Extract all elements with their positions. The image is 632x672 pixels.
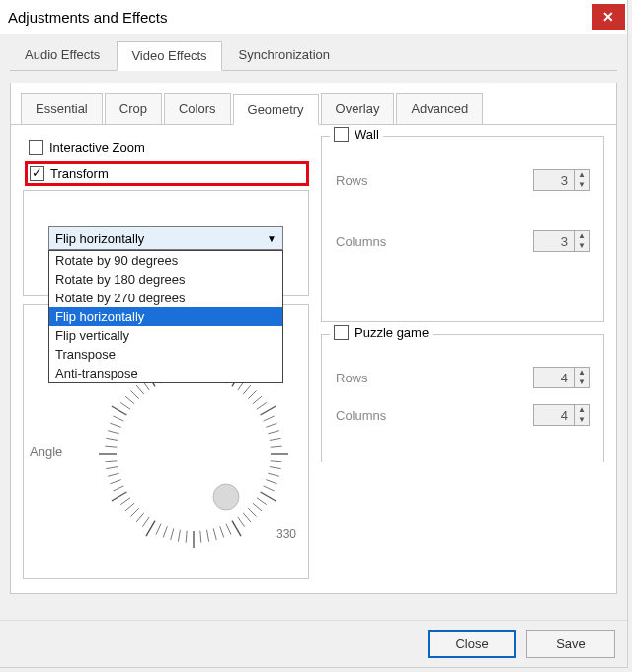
transform-combo[interactable]: Flip horizontally ▼ Rotate by 90 degrees…	[48, 226, 283, 250]
svg-line-9	[248, 390, 256, 398]
svg-line-35	[200, 531, 201, 543]
close-icon[interactable]: ✕	[592, 4, 625, 30]
spinner-down-icon[interactable]: ▼	[575, 415, 589, 425]
svg-line-44	[136, 513, 144, 522]
spinner-down-icon[interactable]: ▼	[575, 378, 589, 387]
combo-option[interactable]: Anti-transpose	[49, 364, 282, 382]
titlebar: Adjustments and Effects ✕	[0, 0, 627, 34]
combo-option[interactable]: Flip vertically	[49, 326, 282, 345]
transform-group: Flip horizontally ▼ Rotate by 90 degrees…	[23, 190, 309, 296]
dialog-body: Audio Effects Video Effects Synchronizat…	[0, 34, 627, 620]
combo-option[interactable]: Rotate by 270 degrees	[49, 289, 282, 307]
puzzle-group: Puzzle game Rows 4 ▲ ▼	[321, 334, 604, 462]
svg-line-24	[261, 492, 276, 501]
combo-option[interactable]: Transpose	[49, 345, 282, 364]
svg-line-20	[270, 467, 281, 469]
combo-display[interactable]: Flip horizontally ▼	[48, 226, 283, 250]
svg-line-64	[136, 385, 144, 394]
spinner-up-icon[interactable]: ▲	[575, 368, 589, 378]
svg-line-30	[232, 521, 241, 537]
subtab-overlay[interactable]: Overlay	[321, 93, 395, 124]
svg-line-39	[171, 528, 174, 540]
transform-checkbox[interactable]	[30, 166, 44, 181]
wall-cols-spinner[interactable]: 3 ▲ ▼	[533, 230, 590, 252]
subtab-advanced[interactable]: Advanced	[396, 93, 483, 124]
spinner-buttons: ▲ ▼	[574, 405, 589, 425]
spinner-buttons: ▲ ▼	[574, 368, 589, 387]
svg-line-50	[110, 480, 120, 484]
tab-synchronization[interactable]: Synchronization	[224, 40, 346, 70]
svg-line-58	[110, 423, 120, 427]
interactive-zoom-checkbox[interactable]	[29, 140, 43, 155]
svg-line-42	[146, 521, 155, 537]
svg-line-26	[253, 503, 262, 511]
wall-cols-value[interactable]: 3	[534, 234, 574, 249]
spinner-down-icon[interactable]: ▼	[575, 241, 589, 251]
wall-title: Wall	[355, 127, 379, 142]
video-effects-panel: Essential Crop Colors Geometry Overlay A…	[10, 83, 617, 594]
dialog-window: Adjustments and Effects ✕ Audio Effects …	[0, 0, 628, 668]
svg-line-55	[105, 446, 117, 447]
puzzle-rows-value[interactable]: 4	[534, 371, 574, 385]
close-button[interactable]: Close	[428, 630, 516, 658]
svg-line-29	[238, 517, 245, 527]
puzzle-rows-spinner[interactable]: 4 ▲ ▼	[533, 367, 590, 388]
dialog-footer: Close Save	[0, 620, 627, 667]
svg-line-14	[266, 423, 276, 427]
svg-line-16	[270, 438, 281, 440]
svg-line-59	[113, 416, 123, 421]
spinner-down-icon[interactable]: ▼	[575, 180, 589, 190]
puzzle-title-row[interactable]: Puzzle game	[330, 325, 433, 340]
combo-option[interactable]: Flip horizontally	[49, 307, 282, 326]
spinner-up-icon[interactable]: ▲	[575, 231, 589, 241]
interactive-zoom-row[interactable]: Interactive Zoom	[29, 140, 309, 155]
svg-line-53	[105, 461, 117, 462]
wall-cols-label: Columns	[336, 234, 386, 249]
spinner-up-icon[interactable]: ▲	[575, 170, 589, 180]
tab-video-effects[interactable]: Video Effects	[117, 41, 221, 71]
svg-line-31	[226, 524, 231, 535]
svg-line-21	[268, 473, 279, 476]
svg-line-43	[142, 517, 149, 527]
transform-label: Transform	[50, 166, 109, 181]
svg-line-25	[257, 498, 267, 505]
puzzle-cols-spinner[interactable]: 4 ▲ ▼	[533, 404, 590, 426]
puzzle-rows-row: Rows 4 ▲ ▼	[336, 367, 590, 388]
save-button[interactable]: Save	[526, 630, 615, 658]
wall-rows-value[interactable]: 3	[534, 173, 574, 188]
svg-line-62	[125, 396, 134, 404]
subtab-geometry[interactable]: Geometry	[233, 94, 319, 125]
svg-line-33	[213, 528, 216, 540]
chevron-down-icon: ▼	[267, 233, 276, 244]
subtab-essential[interactable]: Essential	[21, 93, 103, 124]
puzzle-checkbox[interactable]	[334, 325, 349, 340]
wall-rows-spinner[interactable]: 3 ▲ ▼	[533, 169, 590, 191]
svg-line-46	[125, 503, 134, 511]
svg-line-57	[108, 431, 119, 434]
svg-line-11	[257, 402, 267, 409]
puzzle-cols-value[interactable]: 4	[534, 408, 574, 423]
svg-line-10	[253, 396, 262, 404]
dial-knob[interactable]	[213, 484, 239, 510]
svg-line-41	[156, 524, 161, 535]
svg-line-63	[130, 390, 138, 398]
spinner-buttons: ▲ ▼	[574, 231, 589, 251]
wall-checkbox[interactable]	[334, 127, 349, 142]
svg-line-27	[248, 508, 256, 516]
window-title: Adjustments and Effects	[8, 9, 167, 26]
subtab-crop[interactable]: Crop	[105, 93, 162, 124]
subtab-colors[interactable]: Colors	[164, 93, 231, 124]
svg-line-61	[120, 402, 130, 409]
primary-tabs: Audio Effects Video Effects Synchronizat…	[10, 40, 617, 71]
tab-audio-effects[interactable]: Audio Effects	[10, 40, 115, 70]
svg-line-34	[207, 530, 209, 542]
wall-title-row[interactable]: Wall	[330, 127, 383, 142]
sub-tabs: Essential Crop Colors Geometry Overlay A…	[11, 83, 616, 125]
svg-line-15	[268, 431, 279, 434]
spinner-up-icon[interactable]: ▲	[575, 405, 589, 415]
combo-option[interactable]: Rotate by 90 degrees	[49, 251, 282, 270]
svg-line-45	[130, 508, 138, 516]
svg-line-12	[261, 406, 276, 415]
combo-option[interactable]: Rotate by 180 degrees	[49, 270, 282, 289]
svg-line-47	[120, 498, 130, 505]
